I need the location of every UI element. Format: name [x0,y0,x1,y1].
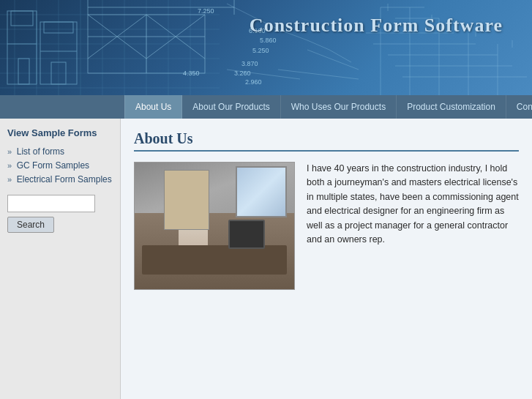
svg-text:4.350: 4.350 [183,70,200,77]
nav-product-customization[interactable]: Product Customization [397,95,506,119]
svg-text:2.960: 2.960 [245,78,262,86]
photo-person [179,198,208,249]
sidebar-link-electrical[interactable]: Electrical Form Samples [17,174,112,184]
list-item[interactable]: List of forms [7,146,113,157]
content-area: About Us I have 40 years in the construc… [121,119,532,399]
svg-rect-21 [18,59,29,84]
nav-contact-us[interactable]: Contact Us [506,95,532,119]
about-text: I have 40 years in the construction indu… [307,162,519,290]
svg-rect-22 [51,62,66,84]
search-input[interactable] [7,195,95,212]
sidebar-link-gc[interactable]: GC Form Samples [17,160,89,171]
svg-line-27 [88,15,146,59]
sidebar-title: View Sample Forms [7,127,113,138]
photo-desk [142,245,287,275]
svg-line-29 [146,15,205,59]
svg-text:5.860: 5.860 [260,37,277,44]
content-body: I have 40 years in the construction indu… [134,162,519,290]
navbar: About Us About Our Products Who Uses Our… [0,95,532,119]
svg-rect-16 [40,22,77,84]
sidebar: View Sample Forms List of forms GC Form … [0,119,121,399]
svg-line-28 [146,15,205,59]
sidebar-link-forms[interactable]: List of forms [17,146,64,157]
nav-about-us[interactable]: About Us [124,95,182,119]
nav-who-uses[interactable]: Who Uses Our Products [281,95,397,119]
svg-line-44 [329,50,351,62]
svg-line-43 [307,40,329,50]
svg-rect-15 [7,11,37,84]
svg-rect-30 [88,15,205,73]
svg-text:3.260: 3.260 [234,70,251,77]
svg-line-26 [88,15,146,59]
photo-monitor [228,220,265,249]
search-button[interactable]: Search [7,217,54,233]
site-title: Construction Form Software [250,15,503,37]
svg-line-47 [227,70,300,79]
photo-window-element [236,166,287,217]
list-item[interactable]: Electrical Form Samples [7,174,113,184]
office-photo [134,162,295,290]
nav-about-products[interactable]: About Our Products [182,95,280,119]
sidebar-links: List of forms GC Form Samples Electrical… [7,146,113,184]
main-layout: View Sample Forms List of forms GC Form … [0,119,532,399]
header: 7.250 6.160 5.860 5.250 3.870 3.260 2.96… [0,0,532,95]
svg-rect-18 [44,22,73,33]
svg-text:7.250: 7.250 [198,7,214,15]
svg-line-46 [278,70,359,79]
list-item[interactable]: GC Form Samples [7,160,113,171]
svg-line-45 [307,50,359,70]
svg-text:3.870: 3.870 [241,60,258,67]
page-title: About Us [134,130,519,152]
svg-rect-17 [11,11,33,26]
svg-text:5.250: 5.250 [252,47,269,54]
